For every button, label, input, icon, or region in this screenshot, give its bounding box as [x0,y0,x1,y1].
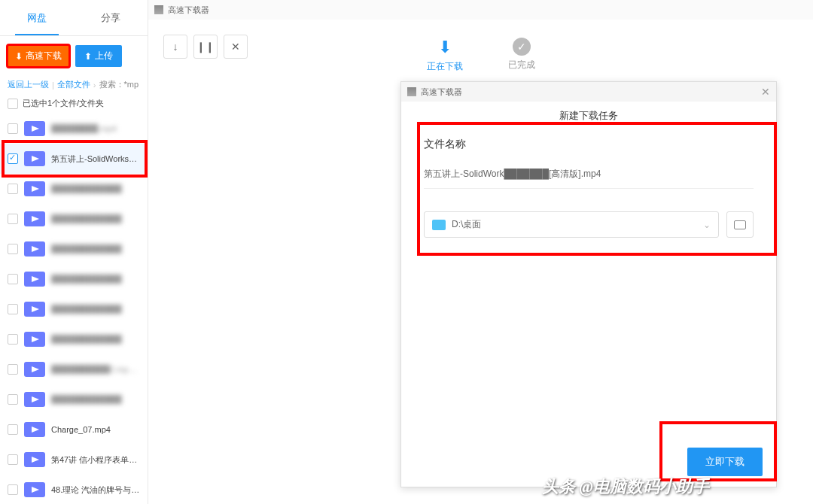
path-value: D:\桌面 [452,218,481,231]
app-icon [154,5,163,14]
file-checkbox[interactable] [8,484,18,495]
list-item[interactable]: ████████████ [0,294,148,324]
file-checkbox[interactable] [8,334,18,345]
dialog-icon [407,87,416,96]
list-item[interactable]: 第五讲上-SolidWorks2… [0,144,148,174]
main-tabs: 网盘 分享 [0,0,148,36]
browse-button[interactable] [726,211,754,238]
video-file-icon [24,121,45,136]
download-button-label: 高速下载 [26,50,62,62]
tab-disk[interactable]: 网盘 [0,0,74,35]
window-title: 高速下载器 [168,5,209,16]
file-checkbox[interactable] [8,394,18,405]
watermark: 头条 @电脑数码小助手 [542,475,709,498]
tab-completed-label: 已完成 [508,59,535,71]
list-item[interactable]: ████████████ [0,384,148,414]
breadcrumb: 返回上一级 | 全部文件 › 搜索：*mp [0,76,148,93]
dialog-title: 高速下载器 [421,87,462,98]
highspeed-download-button[interactable]: ⬇ 高速下载 [8,45,69,67]
chevron-down-icon: ⌄ [703,220,711,230]
select-all-checkbox[interactable] [8,99,18,109]
file-name: ████████████ [51,184,122,193]
file-name: 第47讲 信小程序表单组… [51,454,140,466]
completed-icon: ✓ [513,38,531,56]
selection-count: 已选中1个文件/文件夹 [23,98,104,109]
tab-downloading-label: 正在下载 [427,60,463,73]
breadcrumb-all[interactable]: 全部文件 [57,79,90,90]
file-name: ████████████ [51,244,122,254]
dialog-body: 文件名称 第五讲上-SolidWork███████[高清版].mp4 D:\桌… [401,130,776,245]
new-task-dialog: 高速下载器 ✕ 新建下载任务 文件名称 第五讲上-SolidWork██████… [400,81,777,487]
video-file-icon [24,332,45,347]
window-titlebar: 高速下载器 [148,0,813,20]
download-now-button[interactable]: 立即下载 [687,448,763,476]
dialog-header: 新建下载任务 [401,102,776,130]
video-file-icon [24,452,45,467]
file-name: Charge_07.mp4 [51,425,111,434]
download-icon: ⬇ [15,51,23,62]
breadcrumb-sep: › [93,80,96,90]
upload-icon: ⬆ [84,51,92,62]
file-checkbox[interactable] [8,364,18,375]
pause-button[interactable]: ❙❙ [193,35,218,59]
breadcrumb-back[interactable]: 返回上一级 [8,79,49,90]
file-checkbox[interactable] [8,274,18,284]
file-name: ████████.mp4 [51,124,117,133]
selection-info: 已选中1个文件/文件夹 [0,93,148,114]
file-checkbox[interactable] [8,153,18,164]
tab-completed[interactable]: ✓ 已完成 [508,38,535,73]
list-item[interactable]: ████████████ [0,264,148,294]
file-list: ████████.mp4第五讲上-SolidWorks2…███████████… [0,114,148,504]
upload-button-label: 上传 [95,50,113,62]
file-checkbox[interactable] [8,184,18,194]
list-item[interactable]: ██████████2.mp… [0,354,148,384]
list-item[interactable]: 48.理论 汽油的牌号与选… [0,475,148,504]
video-file-icon [24,302,45,317]
video-file-icon [24,362,45,377]
video-file-icon [24,181,45,196]
action-bar: ⬇ 高速下载 ⬆ 上传 [0,36,148,76]
folder-icon [432,220,446,230]
cancel-button[interactable]: ✕ [224,35,248,59]
video-file-icon [24,151,45,166]
list-item[interactable]: ████████████ [0,234,148,264]
upload-button[interactable]: ⬆ 上传 [75,45,122,67]
downloading-icon: ⬇ [438,38,452,57]
file-name: ████████████ [51,395,122,404]
video-file-icon [24,211,45,226]
video-file-icon [24,272,45,287]
list-item[interactable]: ████████.mp4 [0,114,148,144]
file-checkbox[interactable] [8,454,18,465]
video-file-icon [24,482,45,497]
video-file-icon [24,392,45,407]
file-checkbox[interactable] [8,424,18,435]
file-checkbox[interactable] [8,123,18,134]
file-name: ████████████ [51,335,122,344]
file-name: ██████████2.mp… [51,365,136,374]
tab-share[interactable]: 分享 [74,0,148,35]
file-name: ████████████ [51,214,122,223]
list-item[interactable]: 第47讲 信小程序表单组… [0,445,148,475]
path-select[interactable]: D:\桌面 ⌄ [424,211,719,238]
file-name: ████████████ [51,275,122,284]
left-panel: 网盘 分享 ⬇ 高速下载 ⬆ 上传 返回上一级 | 全部文件 › 搜索：*mp … [0,0,148,504]
dialog-titlebar: 高速下载器 ✕ [401,82,776,102]
file-checkbox[interactable] [8,214,18,224]
video-file-icon [24,241,45,257]
path-row: D:\桌面 ⌄ [424,211,754,238]
breadcrumb-search: 搜索：*mp [99,79,139,90]
filename-label: 文件名称 [424,138,754,151]
tab-downloading[interactable]: ⬇ 正在下载 [427,38,463,73]
close-icon[interactable]: ✕ [761,86,770,98]
list-item[interactable]: ████████████ [0,324,148,354]
list-item[interactable]: Charge_07.mp4 [0,414,148,445]
sort-down-button[interactable]: ↓ [163,35,187,59]
file-name: ████████████ [51,305,122,314]
list-item[interactable]: ████████████ [0,174,148,204]
filename-field[interactable]: 第五讲上-SolidWork███████[高清版].mp4 [424,160,754,189]
file-checkbox[interactable] [8,304,18,314]
list-item[interactable]: ████████████ [0,204,148,234]
breadcrumb-sep: | [52,80,54,90]
browse-folder-icon [734,220,746,229]
file-checkbox[interactable] [8,244,18,254]
